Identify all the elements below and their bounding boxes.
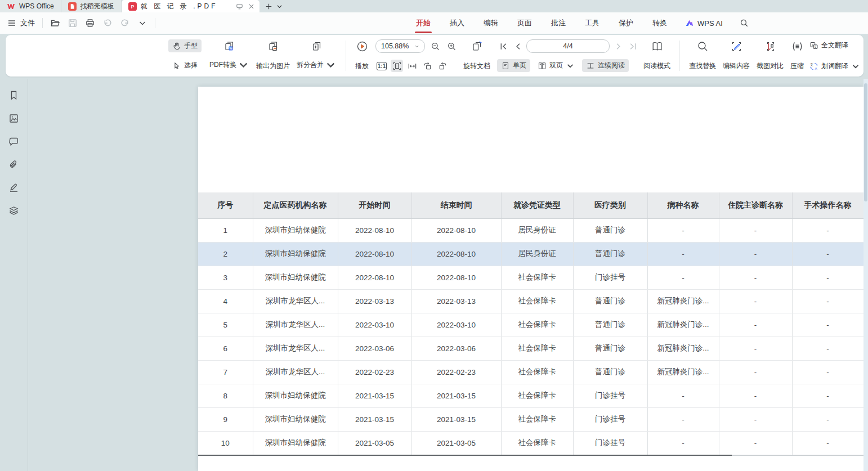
play-button[interactable]: 播放: [352, 39, 372, 72]
pdf-convert-button[interactable]: W PDF转换: [206, 39, 253, 72]
undo-icon[interactable]: [102, 18, 113, 28]
table-cell: -: [719, 360, 792, 384]
double-page-button[interactable]: 双页: [534, 59, 579, 72]
chevron-down-icon[interactable]: [276, 3, 283, 10]
table-cell: 9: [198, 407, 253, 431]
table-row[interactable]: 3深圳市妇幼保健院2022-08-102022-08-10社会保障卡门诊挂号--…: [198, 266, 863, 289]
last-page-button[interactable]: [627, 40, 639, 52]
attachment-icon[interactable]: [8, 159, 19, 170]
fit-page-button[interactable]: [391, 60, 403, 72]
menu-item-protect[interactable]: 保护: [618, 12, 634, 34]
table-cell: 社会保障卡: [501, 407, 573, 431]
pdf-page[interactable]: 序号 定点医药机构名称 开始时间 结束时间 就诊凭证类型 医疗类别 病种名称 住…: [198, 87, 863, 471]
comment-icon[interactable]: [8, 136, 19, 147]
table-cell: 深圳市妇幼保健院: [253, 431, 338, 455]
save-icon[interactable]: [68, 18, 78, 28]
zoom-in-button[interactable]: [445, 40, 458, 52]
menu-item-page[interactable]: 页面: [516, 12, 533, 34]
previous-page-button[interactable]: [512, 40, 524, 52]
rotate-document-button[interactable]: 旋转文档: [460, 39, 494, 72]
tab-wps-office[interactable]: WPS Office: [0, 0, 61, 12]
continuous-reading-button[interactable]: 连续阅读: [582, 59, 629, 72]
export-as-image-button[interactable]: 输出为图片: [253, 39, 293, 72]
table-row[interactable]: 4深圳市龙华区人...2022-03-132022-03-13社会保障卡普通门诊…: [198, 289, 863, 313]
chevron-down-icon: [566, 61, 575, 70]
cursor-icon: [172, 61, 181, 70]
menu-item-tools[interactable]: 工具: [584, 12, 601, 34]
signature-icon[interactable]: [8, 182, 19, 193]
table-row[interactable]: 2深圳市妇幼保健院2022-08-102022-08-10居民身份证普通门诊--…: [198, 242, 863, 266]
first-page-icon: [499, 42, 508, 51]
table-row[interactable]: 9深圳市妇幼保健院2021-03-152021-03-15社会保障卡门诊挂号--…: [198, 407, 863, 431]
rotate-left-button[interactable]: [421, 60, 433, 72]
tab-label: 找稻壳模板: [80, 2, 114, 11]
compress-button[interactable]: 压缩: [787, 39, 807, 72]
table-cell: -: [647, 384, 719, 407]
layers-icon[interactable]: [8, 205, 19, 216]
actual-size-button[interactable]: 1:1: [375, 60, 388, 72]
table-cell: 深圳市龙华区人...: [253, 289, 338, 313]
pdf-convert-label: PDF转换: [209, 60, 236, 70]
split-merge-icon: [311, 41, 323, 52]
rotate-right-button[interactable]: [436, 60, 449, 72]
word-translate-button[interactable]: 文A 划词翻译: [809, 61, 860, 71]
fit-width-button[interactable]: [406, 60, 418, 72]
thumbnail-icon[interactable]: [8, 113, 19, 124]
zoom-out-button[interactable]: [429, 40, 441, 52]
column-header: 就诊凭证类型: [501, 192, 573, 218]
chevron-down-icon[interactable]: [137, 18, 147, 28]
split-merge-button[interactable]: 拆分合并: [293, 39, 340, 72]
file-menu-label: 文件: [20, 18, 35, 28]
table-row[interactable]: 7深圳市龙华区人...2022-02-232022-02-23社会保障卡普通门诊…: [198, 360, 863, 384]
select-tool-button[interactable]: 选择: [168, 59, 202, 72]
page-indicator-input[interactable]: 4/4: [526, 39, 610, 53]
menu-item-annotate[interactable]: 批注: [550, 12, 567, 34]
menu-item-edit[interactable]: 编辑: [482, 12, 499, 34]
table-row[interactable]: 8深圳市妇幼保健院2021-03-152021-03-15社会保障卡门诊挂号--…: [198, 384, 863, 407]
table-cell: -: [792, 289, 863, 313]
monitor-icon[interactable]: [236, 3, 243, 10]
table-cell: -: [719, 242, 792, 266]
file-menu-button[interactable]: 文件: [7, 18, 35, 28]
table-row[interactable]: 5深圳市龙华区人...2022-03-102022-03-10社会保障卡普通门诊…: [198, 313, 863, 337]
table-cell: -: [719, 313, 792, 337]
menu-item-convert[interactable]: 转换: [651, 12, 668, 34]
full-text-translate-button[interactable]: A文 全文翻译: [809, 41, 860, 50]
bookmark-icon[interactable]: [8, 90, 19, 101]
scrollbar-thumb[interactable]: [864, 83, 867, 201]
tab-docer-templates[interactable]: 找稻壳模板: [61, 0, 122, 12]
single-page-button[interactable]: 单页: [497, 59, 530, 72]
hand-tool-button[interactable]: 手型: [168, 39, 202, 52]
table-row[interactable]: 10深圳市妇幼保健院2021-03-052021-03-05社会保障卡门诊挂号-…: [198, 431, 863, 455]
close-icon[interactable]: [248, 3, 255, 10]
edit-content-button[interactable]: 编辑内容: [719, 39, 753, 72]
wps-ai-button[interactable]: WPS AI: [685, 19, 723, 28]
menu-item-insert[interactable]: 插入: [449, 12, 466, 34]
plus-icon: [265, 3, 272, 10]
menu-item-home[interactable]: 开始: [415, 12, 432, 34]
find-replace-button[interactable]: 查找替换: [686, 39, 719, 72]
table-cell: -: [719, 384, 792, 407]
table-row[interactable]: 6深圳市龙华区人...2022-03-062022-03-06社会保障卡普通门诊…: [198, 337, 863, 360]
table-cell: -: [792, 384, 863, 407]
table-row[interactable]: 1深圳市妇幼保健院2022-08-102022-08-10居民身份证普通门诊--…: [198, 218, 863, 242]
print-icon[interactable]: [85, 18, 95, 28]
hand-icon: [172, 42, 181, 51]
open-file-icon[interactable]: [50, 18, 60, 28]
zoom-level-select[interactable]: 105.88%: [375, 39, 425, 53]
first-page-button[interactable]: [497, 40, 509, 52]
table-cell: -: [647, 218, 719, 242]
table-cell: -: [792, 313, 863, 337]
select-tool-label: 选择: [184, 61, 198, 70]
tab-document-pdf[interactable]: P 就 医 记 录 .PDF: [122, 0, 260, 12]
reading-mode-button[interactable]: 阅读模式: [640, 39, 674, 72]
next-page-button[interactable]: [612, 40, 624, 52]
redo-icon[interactable]: [120, 18, 130, 28]
screenshot-compare-button[interactable]: 截图对比: [753, 39, 787, 72]
double-page-label: 双页: [549, 61, 563, 70]
export-image-label: 输出为图片: [256, 61, 290, 71]
new-tab-button[interactable]: [259, 0, 289, 12]
search-icon[interactable]: [740, 19, 749, 28]
vertical-scrollbar[interactable]: [863, 79, 868, 471]
reading-mode-label: 阅读模式: [643, 61, 670, 71]
